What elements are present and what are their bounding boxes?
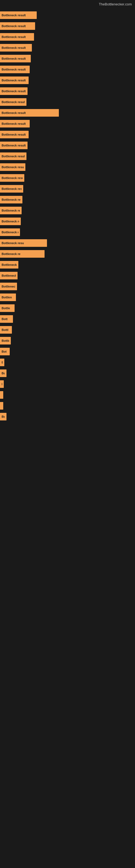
bar-row: Bottlene [0, 336, 135, 346]
bar-label: Bottleneck r [2, 230, 18, 234]
bar-label: Bottleneck result [2, 57, 26, 60]
bar-item: Bottleneck result [0, 87, 28, 95]
bar-item: Bottleneck result [0, 55, 31, 62]
bars-container: Bottleneck resultBottleneck resultBottle… [0, 7, 135, 425]
bar-row: Bottleneck re [0, 249, 135, 259]
bar-item: Bottlene [0, 337, 11, 344]
bar-row: Bottleneck result [0, 42, 135, 53]
bar-item: Bottleneck r [0, 228, 20, 236]
bar-row: Bottleneck result [0, 162, 135, 172]
bar-row: Bottleneck r [0, 227, 135, 237]
bar-label: Bottlen [2, 296, 12, 299]
bar-row: Bottleneck resu [0, 281, 135, 291]
bar-row: Bottleneck result [0, 119, 135, 129]
bar-item: Bottleneck result [0, 196, 22, 204]
bar-label: Bottleneck result [2, 90, 26, 93]
bar-label: Bot [2, 350, 6, 353]
bar-row: Bottleneck result [0, 184, 135, 194]
bar-item: Bot [0, 348, 10, 355]
bar-row: Bottleneck result [0, 64, 135, 74]
bar-row: Bottleneck result [0, 140, 135, 151]
bar-label: Bottleneck resu [2, 220, 19, 223]
bar-label: B [2, 382, 2, 386]
bar-item: Bottleneck result [0, 131, 29, 138]
bar-row: Bottleneck result [0, 259, 135, 270]
bar-item: Bottleneck result [0, 207, 21, 214]
bar-item: Bottleneck result [0, 33, 34, 41]
bar-label: Bottleneck result [2, 79, 26, 82]
bar-row: Bottleneck result [0, 54, 135, 64]
bar-row: Bottleneck result [0, 151, 135, 161]
bar-row: I [0, 390, 135, 400]
bar-label: Bottleneck re [2, 252, 20, 255]
bar-row: Bottleneck result [0, 10, 135, 20]
bar-item: Bottleneck result [0, 76, 29, 84]
bar-label: Bottleneck result [2, 176, 23, 180]
bar-item: Bottleneck result [0, 261, 18, 269]
bar-label: Bottleneck result [2, 133, 26, 136]
bar-item: Bottleneck result [0, 22, 35, 30]
bar-item: Bottleneck result [0, 120, 30, 127]
bar-row: B [0, 379, 135, 389]
bar-item: Bottleneck result [0, 142, 28, 149]
bar-row: Bo [0, 411, 135, 422]
bar-label: Bottleneck result [2, 24, 26, 28]
bar-label: Bo [2, 372, 5, 375]
bar-item: Bottl [0, 326, 12, 334]
bar-label: Bottlene [2, 339, 9, 342]
bar-row: Bottleneck result [0, 205, 135, 216]
bar-item: Bottleneck result [0, 152, 27, 160]
bar-item: Bottleneck resu [0, 218, 21, 225]
bar-item: Bottleneck result [0, 174, 24, 182]
bar-row: Bottleneck resu [0, 238, 135, 248]
bar-row: Bottleneck result [0, 129, 135, 140]
bar-row: Bottle [0, 303, 135, 313]
bar-item: Bottleneck result [0, 185, 23, 193]
bar-item: Bottlen [0, 293, 16, 301]
bar-item: Bottleneck result [0, 11, 37, 19]
bar-item: Bo [0, 413, 6, 421]
bar-label: Bottleneck result [2, 111, 26, 115]
bar-item: Bottle [0, 304, 14, 312]
bar-row: Bottleneck [0, 271, 135, 281]
bar-item: Bottleneck re [0, 250, 45, 258]
bar-label: Bottleneck result [2, 144, 26, 147]
bar-item: B [0, 359, 4, 366]
bar-label: B [2, 361, 3, 364]
bar-row: Bottleneck resu [0, 216, 135, 226]
bar-row: Bo [0, 368, 135, 378]
bar-item: Bo [0, 369, 6, 377]
site-title: TheBottlenecker.com [0, 0, 135, 7]
bar-label: Bottleneck result [2, 155, 25, 158]
bar-item: I [0, 391, 3, 399]
bar-label: Bottl [2, 328, 8, 332]
bar-item: Bottleneck resu [0, 239, 47, 247]
bar-item: Bottleneck result [0, 109, 59, 117]
bar-label: Bottle [2, 307, 10, 310]
bar-row: Bottleneck result [0, 86, 135, 96]
bar-item: Bottleneck result [0, 66, 30, 73]
bar-label: Bottleneck [2, 274, 16, 277]
bar-row: Bottleneck result [0, 32, 135, 42]
bar-item: Bott [0, 315, 13, 323]
bar-label: Bottleneck result [2, 100, 25, 104]
bar-row: Bot [0, 346, 135, 357]
bar-row: Bottlen [0, 292, 135, 303]
bar-row: Bottleneck result [0, 75, 135, 86]
bar-label: Bottleneck result [2, 187, 21, 190]
bar-row: Bottleneck result [0, 108, 135, 118]
bar-item: Bottleneck result [0, 98, 27, 106]
bar-row: Bottleneck result [0, 194, 135, 205]
bar-label: Bottleneck result [2, 209, 20, 212]
bar-label: Bottleneck resu [2, 241, 24, 245]
bar-item: Bottleneck result [0, 44, 32, 52]
bar-label: Bottleneck result [2, 35, 26, 38]
bar-label: Bottleneck result [2, 68, 26, 71]
bar-item: Bottleneck resu [0, 283, 17, 290]
bar-label: Bo [2, 415, 5, 418]
bar-label: Bott [2, 317, 8, 321]
bar-label: Bottleneck result [2, 198, 21, 201]
bar-item [0, 402, 3, 410]
bar-item: Bottleneck result [0, 163, 26, 171]
bar-label: Bottleneck result [2, 13, 26, 17]
